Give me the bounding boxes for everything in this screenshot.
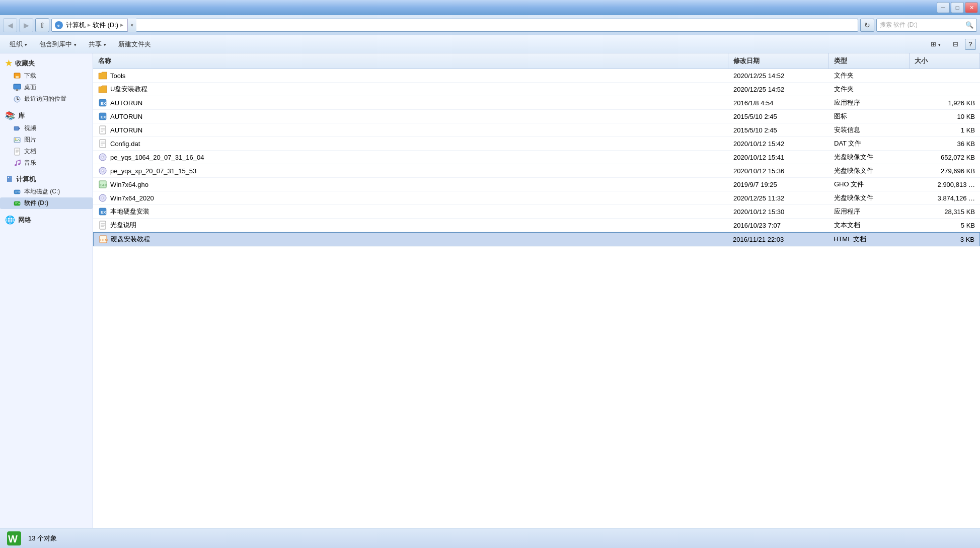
col-type[interactable]: 类型 [829, 53, 910, 68]
file-name: Config.dat [110, 140, 140, 148]
table-row[interactable]: GHO Win7x64.gho 2019/9/7 19:25 GHO 文件 2,… [93, 178, 980, 191]
sidebar-computer-header[interactable]: 🖥 计算机 [0, 173, 93, 186]
sidebar-item-download[interactable]: 下载 [0, 70, 93, 82]
sidebar-network-header[interactable]: 🌐 网络 [0, 213, 93, 227]
file-list-area: 名称 修改日期 类型 大小 Tools 2020/12/25 14:52 文件夹… [93, 53, 980, 528]
file-size-cell: 28,315 KB [910, 206, 980, 218]
file-type-cell: 光盘映像文件 [829, 164, 910, 177]
view-toggle-button[interactable]: ⊞ [925, 37, 946, 51]
add-to-library-caret [74, 40, 77, 48]
col-modified[interactable]: 修改日期 [728, 53, 829, 68]
svg-rect-26 [15, 202, 18, 203]
image-label: 图片 [24, 135, 36, 144]
table-row[interactable]: Config.dat 2020/10/12 15:42 DAT 文件 36 KB [93, 137, 980, 151]
sidebar-item-image[interactable]: 图片 [0, 134, 93, 146]
back-button[interactable]: ◀ [3, 18, 17, 32]
address-parts: 计算机 ► 软件 (D:) ► [66, 21, 124, 30]
help-button[interactable]: ? [965, 39, 976, 50]
file-icon: EX [98, 112, 107, 121]
file-size-cell: 279,696 KB [910, 165, 980, 177]
table-row[interactable]: 光盘说明 2016/10/23 7:07 文本文档 5 KB [93, 219, 980, 232]
file-icon: EX [98, 207, 107, 216]
file-name: U盘安装教程 [110, 85, 147, 94]
table-row[interactable]: U盘安装教程 2020/12/25 14:52 文件夹 [93, 83, 980, 96]
table-row[interactable]: AUTORUN 2015/5/10 2:45 安装信息 1 KB [93, 123, 980, 137]
add-to-library-button[interactable]: 包含到库中 [34, 37, 82, 51]
video-label: 视频 [24, 124, 36, 132]
file-modified-cell: 2020/12/25 14:52 [728, 84, 829, 95]
file-type: 光盘映像文件 [834, 193, 873, 202]
status-count: 13 个对象 [28, 534, 57, 543]
organize-button[interactable]: 组织 [4, 37, 33, 51]
search-bar[interactable]: 搜索 软件 (D:) 🔍 [876, 19, 977, 32]
sidebar-item-local-c[interactable]: 本地磁盘 (C:) [0, 186, 93, 197]
maximize-button[interactable]: □ [951, 2, 964, 13]
sidebar-item-recent[interactable]: 最近访问的位置 [0, 93, 93, 105]
title-bar: ─ □ ✕ [0, 0, 980, 15]
sidebar-library-header[interactable]: 📚 库 [0, 109, 93, 122]
file-icon [98, 71, 107, 80]
file-name: AUTORUN [110, 126, 142, 134]
file-name-cell: HTML 硬盘安装教程 [94, 233, 728, 246]
sidebar-item-doc[interactable]: 文档 [0, 146, 93, 157]
file-modified: 2020/10/12 15:36 [733, 167, 784, 175]
file-icon: EX [98, 98, 107, 107]
address-dropdown[interactable]: ▾ [127, 19, 136, 32]
address-drive[interactable]: 软件 (D:) [93, 21, 118, 30]
sidebar-item-software-d[interactable]: 软件 (D:) [0, 197, 93, 209]
address-bar[interactable]: e 计算机 ► 软件 (D:) ► ▾ [51, 19, 858, 32]
minimize-button[interactable]: ─ [937, 2, 950, 13]
table-row[interactable]: HTML 硬盘安装教程 2016/11/21 22:03 HTML 文档 3 K… [93, 232, 980, 246]
table-row[interactable]: pe_yqs_xp_20_07_31_15_53 2020/10/12 15:3… [93, 164, 980, 178]
file-type-cell: 光盘映像文件 [829, 151, 910, 164]
file-rows-container: Tools 2020/12/25 14:52 文件夹 U盘安装教程 2020/1… [93, 69, 980, 246]
file-type-cell: 应用程序 [829, 96, 910, 109]
table-row[interactable]: EX AUTORUN 2015/5/10 2:45 图标 10 KB [93, 110, 980, 123]
table-row[interactable]: EX AUTORUN 2016/1/8 4:54 应用程序 1,926 KB [93, 96, 980, 110]
refresh-button[interactable]: ↻ [860, 19, 874, 32]
file-modified-cell: 2020/10/12 15:41 [728, 152, 829, 163]
svg-point-43 [102, 170, 104, 172]
file-modified-cell: 2020/12/25 14:52 [728, 70, 829, 82]
col-size[interactable]: 大小 [910, 53, 980, 68]
col-name[interactable]: 名称 [93, 53, 728, 68]
software-d-label: 软件 (D:) [24, 199, 48, 208]
status-bar: W 13 个对象 [0, 528, 980, 548]
file-size: 28,315 KB [944, 208, 975, 216]
forward-button[interactable]: ▶ [19, 18, 33, 32]
table-row[interactable]: EX 本地硬盘安装 2020/10/12 15:30 应用程序 28,315 K… [93, 205, 980, 219]
up-button[interactable]: ⇧ [35, 18, 49, 32]
file-name: Win7x64_2020 [110, 194, 154, 202]
file-modified: 2019/9/7 19:25 [733, 181, 777, 188]
svg-rect-14 [15, 148, 20, 155]
file-modified-cell: 2020/10/12 15:30 [728, 206, 829, 218]
svg-text:GHO: GHO [100, 183, 107, 187]
sidebar-item-music[interactable]: 音乐 [0, 157, 93, 169]
svg-text:EX: EX [101, 115, 106, 119]
sidebar-item-desktop[interactable]: 桌面 [0, 82, 93, 93]
computer-icon: 🖥 [5, 175, 13, 184]
new-folder-button[interactable]: 新建文件夹 [113, 37, 157, 51]
toolbar: 组织 包含到库中 共享 新建文件夹 ⊞ ⊟ ? [0, 35, 980, 53]
file-type-cell: 应用程序 [829, 205, 910, 218]
table-row[interactable]: pe_yqs_1064_20_07_31_16_04 2020/10/12 15… [93, 151, 980, 164]
table-row[interactable]: Win7x64_2020 2020/12/25 11:32 光盘映像文件 3,8… [93, 191, 980, 205]
sidebar-favorites-header[interactable]: ★ 收藏夹 [0, 56, 93, 70]
file-type: 文件夹 [834, 85, 854, 94]
desktop-icon [13, 84, 21, 92]
file-modified: 2020/12/25 11:32 [733, 194, 784, 202]
file-type-cell: HTML 文档 [828, 233, 909, 246]
file-icon: GHO [98, 180, 107, 189]
file-type-cell: DAT 文件 [829, 137, 910, 150]
share-button[interactable]: 共享 [83, 37, 112, 51]
file-name: Tools [110, 72, 125, 80]
preview-button[interactable]: ⊟ [947, 37, 964, 51]
sidebar-item-video[interactable]: 视频 [0, 122, 93, 134]
address-computer[interactable]: 计算机 [66, 21, 86, 30]
table-row[interactable]: Tools 2020/12/25 14:52 文件夹 [93, 69, 980, 83]
file-modified: 2020/10/12 15:42 [733, 140, 784, 148]
close-button[interactable]: ✕ [965, 2, 978, 13]
svg-point-13 [15, 138, 17, 140]
svg-point-25 [19, 202, 20, 204]
file-name-cell: pe_yqs_xp_20_07_31_15_53 [93, 164, 728, 177]
